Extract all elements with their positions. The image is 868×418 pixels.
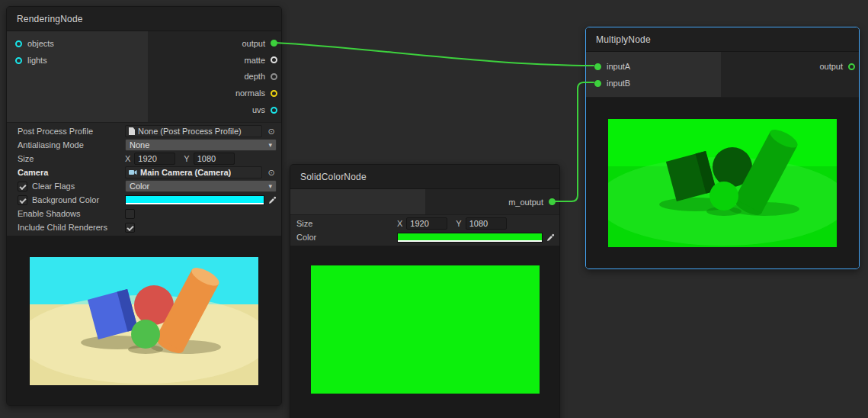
edge-rendering-output-to-multiply-inputA[interactable] [275,43,594,66]
prop-camera: Camera Main Camera (Camera) ⊙ [7,166,281,179]
prop-size: Size X Y [7,152,281,166]
solid-color-preview-image [311,265,540,394]
rendering-node-preview [7,236,281,405]
port-row-objects: objects [7,35,148,52]
port-label: uvs [252,105,265,114]
port-inputB[interactable] [594,80,601,87]
port-label: output [819,62,843,71]
size-x-input[interactable] [134,153,175,165]
port-row-matte: matte [148,52,281,69]
prop-include-child-renderers: Include Child Renderers [7,220,281,234]
antialiasing-mode-dropdown[interactable]: None ▾ [125,139,277,151]
rendering-node-title: RenderingNode [17,14,83,24]
camera-field[interactable]: Main Camera (Camera) [125,166,262,178]
multiply-node-preview [586,98,859,268]
output-ports-panel: m_output [425,189,559,214]
port-row-output: output [721,58,859,75]
prop-clear-flags: Clear Flags Color ▾ [7,179,281,193]
port-uvs[interactable] [271,107,277,114]
port-inputA[interactable] [594,63,601,70]
port-label: m_output [508,198,543,207]
prop-enable-shadows: Enable Shadows [7,207,281,220]
port-label: output [242,39,265,48]
document-icon [129,127,135,135]
prop-color: Color [290,230,559,244]
object-picker-icon[interactable]: ⊙ [266,168,277,178]
size-y-input[interactable] [466,217,507,230]
multiply-node-header[interactable]: MultiplyNode [586,27,859,52]
x-axis-label: X [397,219,402,228]
chevron-down-icon: ▾ [268,141,272,149]
port-row-m-output: m_output [425,194,559,210]
port-lights[interactable] [15,57,22,64]
render-preview-image [30,257,258,385]
background-color-checkbox[interactable] [18,195,27,205]
color-swatch[interactable] [397,233,543,243]
size-y-input[interactable] [194,153,235,165]
multiply-scene [608,119,837,247]
solid-color-node-title: SolidColorNode [300,172,367,182]
eyedropper-icon[interactable] [268,196,277,204]
size-x-input[interactable] [406,217,447,230]
prop-antialiasing-mode: Antialiasing Mode None ▾ [7,138,281,152]
port-row-inputA: inputA [586,58,721,75]
multiply-node[interactable]: MultiplyNode inputA inputB output [585,27,860,269]
port-depth[interactable] [271,73,277,80]
solid-color-node-properties: Size X Y Color [290,215,559,246]
alpha-bar [398,240,542,242]
render-scene [30,257,258,385]
port-label: normals [235,88,265,98]
output-ports-panel: output [721,52,859,97]
input-ports-panel [290,189,425,214]
port-row-lights: lights [7,52,148,69]
multiply-node-ports: inputA inputB output [586,52,859,98]
background-color-swatch[interactable] [125,195,264,205]
port-objects[interactable] [15,40,22,47]
green-sphere [709,182,738,211]
alpha-bar [126,203,264,204]
port-matte[interactable] [271,56,277,63]
solid-color-node-header[interactable]: SolidColorNode [290,165,559,189]
object-picker-icon[interactable]: ⊙ [266,127,277,137]
port-label: depth [244,72,265,81]
solid-color-node[interactable]: SolidColorNode m_output Size X Y [290,164,560,418]
port-row-normals: normals [148,85,281,101]
port-label: inputA [607,62,630,71]
prop-size: Size X Y [290,217,559,230]
solid-color-node-preview [290,246,559,418]
port-normals[interactable] [271,90,277,97]
port-label: matte [244,56,265,65]
rendering-node-properties: Post Process Profile None (Post Process … [7,123,281,236]
prop-post-process-profile: Post Process Profile None (Post Process … [7,124,281,138]
enable-shadows-checkbox[interactable] [125,209,135,219]
node-graph-canvas[interactable]: RenderingNode objects lights output [0,0,868,418]
prop-background-color: Background Color [7,193,281,207]
y-axis-label: Y [184,154,189,163]
port-label: lights [27,56,47,65]
green-sphere [131,320,160,349]
input-ports-panel: inputA inputB [586,52,721,97]
camera-icon [129,169,137,175]
x-axis-label: X [125,154,130,163]
port-row-uvs: uvs [148,101,281,118]
input-ports-panel: objects lights [7,31,148,122]
port-label: objects [27,39,54,48]
port-row-inputB: inputB [586,75,721,92]
post-process-profile-field[interactable]: None (Post Process Profile) [125,125,262,137]
port-row-output: output [148,35,281,52]
multiply-preview-image [608,119,837,247]
port-output[interactable] [848,63,855,70]
rendering-node-header[interactable]: RenderingNode [7,7,281,31]
y-axis-label: Y [456,219,461,228]
output-ports-panel: output matte depth normals uvs [148,31,281,122]
include-child-renderers-checkbox[interactable] [125,223,135,233]
chevron-down-icon: ▾ [268,182,272,190]
rendering-node-ports: objects lights output matte depth [7,31,281,123]
clear-flags-dropdown[interactable]: Color ▾ [125,180,277,192]
eyedropper-icon[interactable] [546,233,555,242]
clear-flags-checkbox[interactable] [18,182,27,191]
solid-color-node-ports: m_output [290,189,559,215]
multiply-node-title: MultiplyNode [596,34,651,45]
rendering-node[interactable]: RenderingNode objects lights output [6,6,282,406]
port-row-depth: depth [148,69,281,85]
